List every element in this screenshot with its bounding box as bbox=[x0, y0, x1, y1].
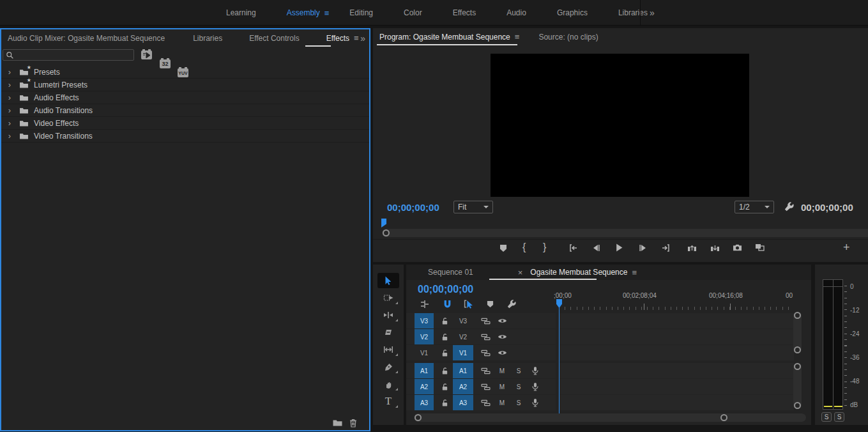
workspace-tab-color[interactable]: Color bbox=[388, 8, 438, 17]
audio-tracks-scrollbar[interactable] bbox=[793, 363, 802, 409]
tab-sequence-01[interactable]: Sequence 01 bbox=[428, 268, 473, 277]
track-output-eye-icon[interactable] bbox=[494, 313, 510, 328]
track-target-a3[interactable]: A3 bbox=[453, 395, 473, 410]
mute-button[interactable]: M bbox=[494, 395, 510, 410]
track-lock-icon[interactable] bbox=[438, 363, 452, 378]
lift-icon[interactable] bbox=[687, 244, 697, 252]
program-panel-menu-icon[interactable]: ≡ bbox=[515, 32, 520, 42]
voiceover-record-mic-icon[interactable] bbox=[527, 395, 544, 410]
track-target-a1[interactable]: A1 bbox=[453, 363, 473, 378]
sync-lock-icon[interactable] bbox=[477, 313, 494, 328]
play-icon[interactable] bbox=[616, 243, 623, 252]
workspace-tab-effects[interactable]: Effects bbox=[438, 8, 491, 17]
selection-tool[interactable] bbox=[377, 273, 399, 288]
tree-item-video-effects[interactable]: › Video Effects bbox=[1, 117, 369, 130]
tab-audio-clip-mixer[interactable]: Audio Clip Mixer: Ogasite Membuat Sequen… bbox=[8, 34, 165, 43]
tab-effect-controls[interactable]: Effect Controls bbox=[249, 34, 299, 43]
source-patch-a3[interactable]: A3 bbox=[415, 395, 434, 410]
chevron-right-icon[interactable]: › bbox=[5, 105, 14, 115]
track-lock-icon[interactable] bbox=[438, 345, 452, 360]
tab-ogasite-sequence[interactable]: Ogasite Membuat Sequence bbox=[530, 268, 627, 277]
track-lock-icon[interactable] bbox=[438, 379, 452, 394]
zoom-handle-left[interactable] bbox=[415, 414, 422, 421]
solo-right-button[interactable]: S bbox=[834, 412, 844, 422]
sync-lock-icon[interactable] bbox=[477, 329, 494, 344]
timeline-settings-wrench-icon[interactable] bbox=[507, 300, 516, 309]
track-lane-a2[interactable] bbox=[559, 379, 794, 394]
track-target-a2[interactable]: A2 bbox=[453, 379, 473, 394]
mark-out-icon[interactable]: } bbox=[543, 242, 546, 253]
accelerated-effects-icon[interactable] bbox=[141, 50, 152, 59]
tree-item-lumetri-presets[interactable]: › ★ Lumetri Presets bbox=[1, 79, 369, 91]
timeline-zoom-scrollbar[interactable] bbox=[414, 413, 806, 422]
chevron-right-icon[interactable]: › bbox=[5, 80, 14, 89]
track-lane-a3[interactable] bbox=[559, 395, 794, 410]
track-lock-icon[interactable] bbox=[438, 313, 452, 328]
solo-button[interactable]: S bbox=[510, 395, 527, 410]
hand-tool[interactable] bbox=[377, 376, 399, 392]
step-back-icon[interactable] bbox=[593, 244, 600, 252]
workspace-tab-assembly[interactable]: Assembly bbox=[287, 8, 320, 17]
track-output-eye-icon[interactable] bbox=[494, 329, 510, 344]
effects-search-input[interactable] bbox=[16, 50, 132, 60]
workspace-tab-learning[interactable]: Learning bbox=[211, 8, 271, 17]
track-select-forward-tool[interactable] bbox=[377, 290, 399, 305]
source-patch-v3[interactable]: V3 bbox=[415, 313, 434, 328]
timeline-panel-menu-icon[interactable]: ≡ bbox=[632, 268, 637, 277]
tab-libraries[interactable]: Libraries bbox=[193, 34, 222, 43]
source-patch-v1[interactable]: V1 bbox=[415, 345, 434, 360]
chevron-right-icon[interactable]: › bbox=[5, 118, 14, 128]
program-playhead[interactable] bbox=[381, 219, 386, 228]
add-marker-icon[interactable] bbox=[499, 244, 507, 252]
chevron-right-icon[interactable]: › bbox=[5, 93, 14, 102]
export-frame-icon[interactable] bbox=[733, 244, 742, 251]
slip-tool[interactable] bbox=[377, 342, 399, 357]
playback-resolution-select[interactable]: 1/2 bbox=[735, 201, 774, 213]
program-current-timecode[interactable]: 00;00;00;00 bbox=[387, 202, 439, 213]
tab-program-monitor[interactable]: Program: Ogasite Membuat Sequence bbox=[379, 33, 510, 42]
mute-button[interactable]: M bbox=[494, 363, 510, 378]
new-custom-bin-icon[interactable] bbox=[332, 419, 343, 427]
track-lane-v3[interactable] bbox=[559, 313, 794, 328]
sync-lock-icon[interactable] bbox=[477, 345, 494, 360]
effects-panel-menu-icon[interactable]: ≡ bbox=[354, 33, 359, 43]
settings-wrench-icon[interactable] bbox=[784, 202, 794, 212]
tab-source-monitor[interactable]: Source: (no clips) bbox=[538, 33, 598, 42]
voiceover-record-mic-icon[interactable] bbox=[527, 379, 544, 394]
timeline-ruler[interactable]: ;00;00 00;02;08;04 00;04;16;08 00 bbox=[559, 290, 794, 312]
close-tab-icon[interactable]: × bbox=[518, 268, 523, 277]
track-lock-icon[interactable] bbox=[438, 395, 452, 410]
step-forward-icon[interactable] bbox=[639, 244, 646, 252]
go-to-in-icon[interactable] bbox=[568, 244, 577, 252]
source-patch-a2[interactable]: A2 bbox=[415, 379, 434, 394]
insert-overwrite-nest-icon[interactable] bbox=[420, 300, 429, 309]
snap-magnet-icon[interactable] bbox=[443, 300, 452, 309]
chevron-right-icon[interactable]: › bbox=[5, 67, 14, 77]
tree-item-video-transitions[interactable]: › Video Transitions bbox=[1, 130, 369, 143]
delete-icon[interactable] bbox=[349, 419, 357, 428]
workspace-menu-icon[interactable]: ≡ bbox=[324, 8, 330, 18]
tab-effects[interactable]: Effects bbox=[326, 34, 349, 43]
solo-left-button[interactable]: S bbox=[821, 412, 832, 422]
workspace-overflow-icon[interactable]: » bbox=[650, 8, 653, 18]
track-lane-v1[interactable] bbox=[559, 345, 794, 360]
source-patch-v2[interactable]: V2 bbox=[415, 329, 434, 344]
solo-button[interactable]: S bbox=[510, 363, 527, 378]
mark-in-icon[interactable]: { bbox=[522, 242, 526, 253]
video-tracks-scrollbar[interactable] bbox=[793, 312, 802, 353]
effects-panel-overflow-icon[interactable]: » bbox=[360, 33, 364, 43]
button-editor-plus-icon[interactable]: + bbox=[843, 241, 850, 254]
track-lock-icon[interactable] bbox=[438, 329, 452, 344]
track-target-v2[interactable]: V2 bbox=[453, 329, 473, 344]
voiceover-record-mic-icon[interactable] bbox=[527, 363, 544, 378]
timeline-timecode[interactable]: 00;00;00;00 bbox=[418, 284, 473, 295]
workspace-tab-editing[interactable]: Editing bbox=[334, 8, 388, 17]
track-lane-v2[interactable] bbox=[559, 329, 794, 344]
mute-button[interactable]: M bbox=[494, 379, 510, 394]
timeline-add-marker-icon[interactable] bbox=[487, 300, 494, 308]
solo-button[interactable]: S bbox=[510, 379, 527, 394]
extract-icon[interactable] bbox=[710, 244, 720, 252]
razor-tool[interactable] bbox=[377, 325, 399, 340]
workspace-tab-graphics[interactable]: Graphics bbox=[542, 8, 603, 17]
sync-lock-icon[interactable] bbox=[477, 379, 494, 394]
